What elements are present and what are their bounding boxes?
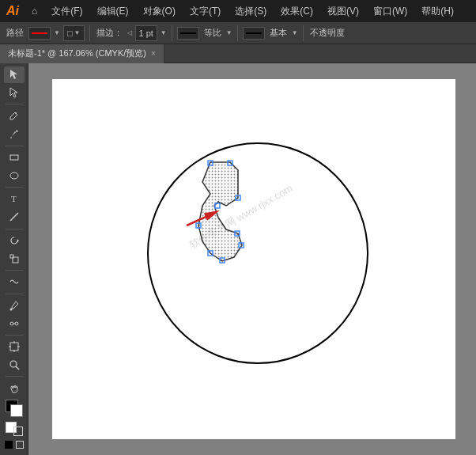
color-swatch-pair[interactable] [6,400,23,417]
menu-help[interactable]: 帮助(H) [417,3,459,20]
square-control[interactable]: □ ▼ [63,25,85,41]
menu-item-home[interactable]: ⌂ [27,4,42,18]
left-toolbar: T [0,63,28,455]
ai-logo: Ai [6,4,19,18]
sep1 [89,25,90,41]
canvas-area: 软件学习网 www.rjxx.com [28,63,476,455]
white-canvas: 软件学习网 www.rjxx.com [52,79,455,439]
line-style-preview[interactable] [177,27,199,40]
stroke-down[interactable]: ◁ [127,29,132,36]
menu-edit[interactable]: 编辑(E) [93,3,134,20]
svg-line-4 [10,213,18,221]
zoom-tool[interactable] [4,357,25,373]
selection-tool[interactable] [4,66,25,83]
scale-tool[interactable] [4,250,25,267]
eyedropper-tool[interactable] [4,298,25,314]
svg-point-8 [9,308,12,310]
menu-effect[interactable]: 效果(C) [276,3,318,20]
tool-sep-5 [6,270,23,271]
line-style-indicator [180,32,196,34]
tab-title: 未标题-1* @ 167.06% (CMYK/预览) [8,47,146,59]
sep2 [172,25,172,41]
svg-rect-12 [10,343,18,351]
line-style2-preview[interactable] [243,27,265,40]
type-tool[interactable]: T [4,191,25,207]
stroke-line-indicator [32,32,47,34]
tool-sep-4 [6,229,23,229]
tool-sep-3 [6,187,23,188]
stroke-color-preview[interactable] [28,27,51,40]
svg-point-17 [10,361,17,367]
tab-close-button[interactable]: × [151,49,156,58]
mode-icons [5,441,24,449]
svg-marker-5 [17,239,19,242]
rectangle-tool[interactable] [4,150,25,166]
stroke-up[interactable]: ▼ [161,29,167,36]
sep4 [303,25,304,41]
sep3 [237,25,238,41]
title-bar: Ai ⌂ 文件(F) 编辑(E) 对象(O) 文字(T) 选择(S) 效果(C)… [0,0,476,22]
tool-sep-2 [6,146,23,146]
line-style2-indicator [246,32,262,34]
tab-bar: 未标题-1* @ 167.06% (CMYK/预览) × [0,44,476,63]
basic-label: 基本 [268,27,289,39]
menu-window[interactable]: 窗口(W) [368,3,412,20]
document-tab[interactable]: 未标题-1* @ 167.06% (CMYK/预览) × [0,44,164,63]
direct-selection-tool[interactable] [4,85,25,101]
stroke-value[interactable]: 1 pt [135,25,157,41]
background-color[interactable] [10,404,23,417]
svg-text:T: T [11,194,17,203]
path-label: 路径 [5,27,25,39]
svg-point-2 [10,173,18,179]
menu-select[interactable]: 选择(S) [230,3,271,20]
artboard-tool[interactable] [4,339,25,355]
ellipse-tool[interactable] [4,167,25,184]
menu-object[interactable]: 对象(O) [138,3,180,20]
pencil-tool[interactable] [4,126,25,142]
menu-file[interactable]: 文件(F) [47,3,87,20]
rotate-tool[interactable] [4,233,25,249]
menu-text[interactable]: 文字(T) [185,3,225,20]
svg-point-10 [15,322,18,325]
tool-sep-8 [6,376,23,377]
blend-tool[interactable] [4,315,25,332]
ratio-label: 等比 [202,27,223,39]
phone-shape-svg [167,154,293,289]
color-swatches [5,400,24,452]
line-tool[interactable] [4,209,25,226]
toolbar: 路径 ▼ □ ▼ 描边： ◁ 1 pt ▼ 等比 ▼ 基本 ▼ 不透明度 [0,22,476,44]
menu-view[interactable]: 视图(V) [323,3,364,20]
tool-sep-1 [6,104,23,104]
basic-dropdown[interactable]: ▼ [292,29,298,36]
tool-sep-6 [6,294,23,294]
stroke-color-dropdown[interactable]: ▼ [54,29,60,36]
fill-stroke-icons [6,422,23,436]
main-area: T [0,63,476,455]
opacity-label: 不透明度 [308,27,346,39]
stroke-icon [13,427,23,436]
tool-sep-7 [6,335,23,336]
warp-tool[interactable] [4,274,25,290]
hand-tool[interactable] [4,380,25,396]
svg-rect-1 [10,155,18,160]
svg-point-9 [10,322,13,325]
normal-mode-icon [5,441,13,449]
pen-tool[interactable] [4,108,25,124]
ratio-dropdown[interactable]: ▼ [226,29,232,36]
svg-point-0 [15,112,17,114]
stroke-label: 描边： [95,27,124,39]
svg-line-18 [16,366,19,370]
none-mode-icon [16,441,24,449]
